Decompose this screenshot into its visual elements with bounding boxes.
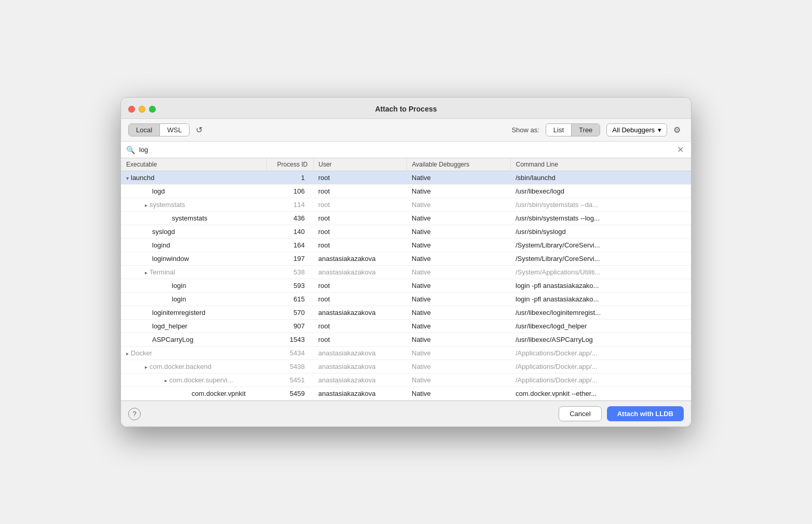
- cell-executable: syslogd: [121, 225, 266, 239]
- process-table: Executable Process ID User Available Deb…: [121, 158, 691, 401]
- table-row[interactable]: ▸com.docker.backend5438anastasiakazakova…: [121, 360, 691, 374]
- table-row[interactable]: ▸com.docker.supervi...5451anastasiakazak…: [121, 374, 691, 387]
- footer-buttons: Cancel Attach with LLDB: [559, 406, 684, 421]
- cell-user: anastasiakazakova: [313, 347, 407, 360]
- cell-debuggers: Native: [407, 360, 510, 374]
- cell-user: root: [313, 198, 407, 212]
- process-name: systemstats: [172, 214, 208, 222]
- header-user: User: [313, 158, 407, 171]
- cell-cmdline: /System/Library/CoreServi...: [510, 252, 691, 266]
- table-row[interactable]: ASPCarryLog1543rootNative/usr/libexec/AS…: [121, 333, 691, 347]
- table-row[interactable]: loginwindow197anastasiakazakovaNative/Sy…: [121, 252, 691, 266]
- cell-pid: 593: [266, 279, 313, 293]
- window-title: Attach to Process: [375, 105, 437, 113]
- cell-cmdline: /usr/libexec/logd_helper: [510, 320, 691, 333]
- process-name: syslogd: [152, 228, 175, 236]
- table-row[interactable]: loginitemregisterd570anastasiakazakovaNa…: [121, 306, 691, 320]
- cancel-button[interactable]: Cancel: [559, 406, 601, 421]
- cell-executable: ▸systemstats: [121, 198, 266, 212]
- cell-executable: ▸Terminal: [121, 266, 266, 279]
- cell-debuggers: Native: [407, 320, 510, 333]
- cell-cmdline: /usr/sbin/syslogd: [510, 225, 691, 239]
- cell-pid: 1543: [266, 333, 313, 347]
- cell-pid: 5438: [266, 360, 313, 374]
- table-row[interactable]: login593rootNativelogin -pfl anastasiaka…: [121, 279, 691, 293]
- cell-executable: logd: [121, 185, 266, 198]
- expand-icon[interactable]: ▾: [126, 175, 129, 181]
- cell-executable: com.docker.vpnkit: [121, 387, 266, 401]
- maximize-button[interactable]: [149, 106, 156, 113]
- cell-cmdline: login -pfl anastasiakazako...: [510, 279, 691, 293]
- cell-user: anastasiakazakova: [313, 306, 407, 320]
- attach-button[interactable]: Attach with LLDB: [607, 406, 684, 421]
- cell-debuggers: Native: [407, 333, 510, 347]
- cell-pid: 907: [266, 320, 313, 333]
- cell-pid: 5451: [266, 374, 313, 387]
- table-row[interactable]: ▸systemstats114rootNative/usr/sbin/syste…: [121, 198, 691, 212]
- cell-executable: ▸Docker: [121, 347, 266, 360]
- table-row[interactable]: syslogd140rootNative/usr/sbin/syslogd: [121, 225, 691, 239]
- cell-cmdline: /usr/libexec/loginitemregist...: [510, 306, 691, 320]
- cell-pid: 615: [266, 293, 313, 306]
- clear-search-button[interactable]: ✕: [675, 145, 686, 155]
- cell-executable: systemstats: [121, 212, 266, 225]
- toolbar: Local WSL ↺ Show as: List Tree All Debug…: [121, 119, 691, 142]
- help-button[interactable]: ?: [128, 408, 141, 420]
- cell-user: root: [313, 239, 407, 252]
- table-row[interactable]: ▸Docker5434anastasiakazakovaNative/Appli…: [121, 347, 691, 360]
- wsl-button[interactable]: WSL: [160, 124, 189, 136]
- cell-debuggers: Native: [407, 279, 510, 293]
- cell-debuggers: Native: [407, 374, 510, 387]
- cell-executable: loginwindow: [121, 252, 266, 266]
- process-name: logind: [152, 241, 170, 249]
- expand-icon[interactable]: ▸: [145, 364, 147, 370]
- expand-icon[interactable]: ▸: [126, 351, 129, 356]
- process-name: loginwindow: [152, 255, 189, 263]
- tree-view-button[interactable]: Tree: [572, 124, 600, 136]
- cell-pid: 164: [266, 239, 313, 252]
- table-row[interactable]: logd106rootNative/usr/libexec/logd: [121, 185, 691, 198]
- table-row[interactable]: ▾launchd1rootNative/sbin/launchd: [121, 171, 691, 185]
- refresh-button[interactable]: ↺: [193, 123, 206, 137]
- list-view-button[interactable]: List: [546, 124, 572, 136]
- close-button[interactable]: [128, 106, 135, 113]
- traffic-lights: [128, 106, 156, 113]
- cell-pid: 197: [266, 252, 313, 266]
- attach-to-process-dialog: Attach to Process Local WSL ↺ Show as: L…: [120, 97, 692, 427]
- cell-executable: login: [121, 293, 266, 306]
- table-row[interactable]: com.docker.vpnkit5459anastasiakazakovaNa…: [121, 387, 691, 401]
- process-name: login: [172, 282, 186, 289]
- cell-cmdline: /Applications/Docker.app/...: [510, 347, 691, 360]
- dropdown-arrow-icon: ▾: [658, 126, 661, 134]
- cell-pid: 106: [266, 185, 313, 198]
- refresh-icon: ↺: [196, 126, 202, 134]
- local-button[interactable]: Local: [129, 124, 160, 136]
- table-row[interactable]: login615rootNativelogin -pfl anastasiaka…: [121, 293, 691, 306]
- expand-icon[interactable]: ▸: [165, 378, 167, 383]
- table-row[interactable]: logd_helper907rootNative/usr/libexec/log…: [121, 320, 691, 333]
- process-name: com.docker.vpnkit: [192, 390, 246, 397]
- table-row[interactable]: ▸Terminal538anastasiakazakovaNative/Syst…: [121, 266, 691, 279]
- expand-icon[interactable]: ▸: [145, 202, 147, 208]
- table-row[interactable]: logind164rootNative/System/Library/CoreS…: [121, 239, 691, 252]
- cell-executable: logd_helper: [121, 320, 266, 333]
- process-name: login: [172, 295, 186, 303]
- table-body: ▾launchd1rootNative/sbin/launchdlogd106r…: [121, 171, 691, 401]
- table-row[interactable]: systemstats436rootNative/usr/sbin/system…: [121, 212, 691, 225]
- cell-debuggers: Native: [407, 225, 510, 239]
- debugger-dropdown[interactable]: All Debuggers ▾: [606, 123, 667, 136]
- expand-icon[interactable]: ▸: [145, 270, 147, 275]
- settings-icon: ⚙: [673, 126, 681, 134]
- cell-executable: logind: [121, 239, 266, 252]
- cell-cmdline: /usr/libexec/ASPCarryLog: [510, 333, 691, 347]
- search-input[interactable]: [139, 146, 671, 154]
- footer: ? Cancel Attach with LLDB: [121, 401, 691, 426]
- cell-executable: ▸com.docker.backend: [121, 360, 266, 374]
- cell-debuggers: Native: [407, 293, 510, 306]
- settings-button[interactable]: ⚙: [670, 123, 684, 137]
- process-name: logd_helper: [152, 322, 187, 330]
- minimize-button[interactable]: [139, 106, 145, 113]
- process-name: com.docker.backend: [150, 363, 211, 370]
- process-name: logd: [152, 187, 165, 195]
- table-header: Executable Process ID User Available Deb…: [121, 158, 691, 171]
